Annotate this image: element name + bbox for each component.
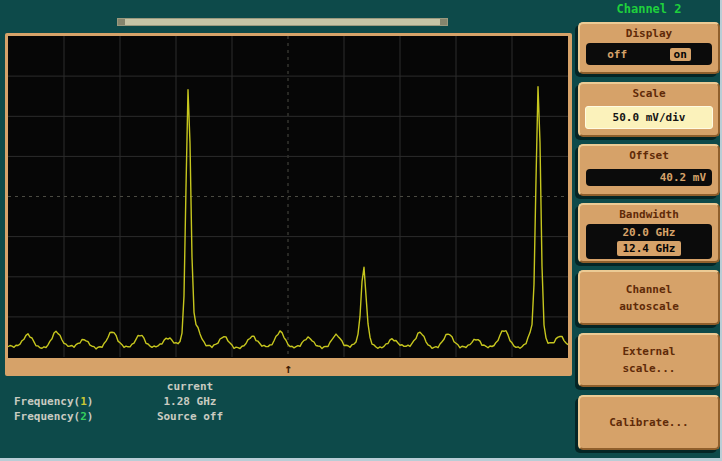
- softkey-menu-column: Channel 2 Display off on Scale 50.0 mV/d…: [578, 0, 720, 461]
- display-panel-label: Display: [580, 26, 718, 41]
- bandwidth-panel-label: Bandwidth: [580, 207, 718, 222]
- bandwidth-panel: Bandwidth 20.0 GHz 12.4 GHz: [578, 203, 720, 263]
- measurement-readout: current Frequency(1) 1.28 GHz Frequency(…: [14, 379, 238, 424]
- offset-value-field[interactable]: 40.2 mV: [586, 169, 712, 186]
- display-bottom-strip: ↑: [5, 358, 572, 376]
- channel-1-digit: 1: [80, 395, 87, 408]
- display-off-option[interactable]: off: [607, 48, 627, 61]
- scale-panel: Scale 50.0 mV/div: [578, 82, 720, 137]
- channel-autoscale-button[interactable]: Channel autoscale: [578, 270, 720, 325]
- display-panel: Display off on: [578, 22, 720, 74]
- calibrate-button[interactable]: Calibrate...: [578, 395, 720, 450]
- offset-panel: Offset 40.2 mV: [578, 144, 720, 196]
- memory-bar-left-cap: [118, 19, 125, 25]
- trigger-marker-icon: ↑: [285, 360, 293, 377]
- frequency-2-label: Frequency(2): [14, 409, 142, 424]
- bandwidth-option-box: 20.0 GHz 12.4 GHz: [586, 224, 712, 259]
- channel-menu-title: Channel 2: [578, 2, 720, 16]
- display-toggle-box: off on: [586, 43, 712, 65]
- offset-panel-label: Offset: [580, 148, 718, 163]
- waveform-svg: [8, 36, 568, 358]
- acquisition-memory-bar: [117, 18, 448, 26]
- waveform-display-frame: ↑: [5, 33, 572, 376]
- memory-bar-right-cap: [440, 19, 447, 25]
- bandwidth-option-12ghz[interactable]: 12.4 GHz: [586, 241, 712, 257]
- scale-panel-label: Scale: [580, 86, 718, 101]
- external-scale-button[interactable]: External scale...: [578, 333, 720, 387]
- readout-column-header: current: [142, 379, 238, 394]
- bandwidth-option-20ghz[interactable]: 20.0 GHz: [586, 225, 712, 241]
- frequency-2-row: Frequency(2) Source off: [14, 409, 238, 424]
- frequency-1-row: Frequency(1) 1.28 GHz: [14, 394, 238, 409]
- channel-2-digit: 2: [80, 410, 87, 423]
- frequency-2-value: Source off: [142, 409, 238, 424]
- readout-header-row: current: [14, 379, 238, 394]
- frequency-1-label: Frequency(1): [14, 394, 142, 409]
- scale-value-field[interactable]: 50.0 mV/div: [585, 106, 713, 129]
- waveform-plot: [8, 36, 568, 358]
- frequency-1-value: 1.28 GHz: [142, 394, 238, 409]
- display-on-option[interactable]: on: [670, 48, 691, 61]
- oscilloscope-screen: ↑ current Frequency(1) 1.28 GHz Frequenc…: [0, 0, 722, 461]
